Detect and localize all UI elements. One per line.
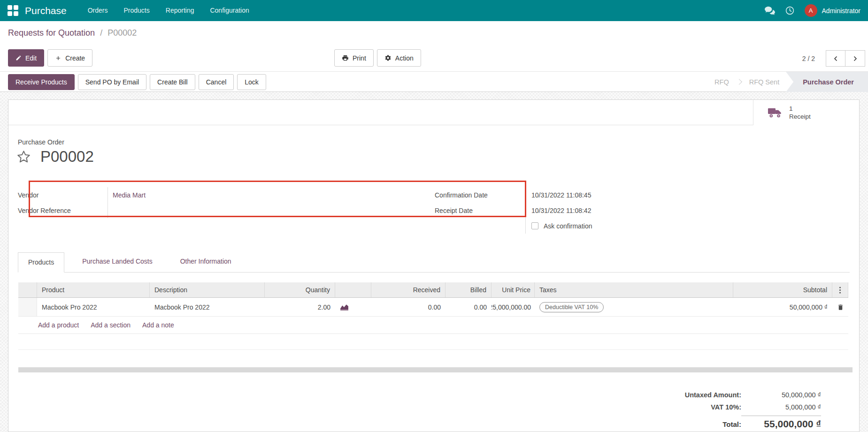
add-a-note-link[interactable]: Add a note — [142, 321, 174, 329]
step-rfq[interactable]: RFQ — [714, 72, 729, 92]
breadcrumb-current: P00002 — [108, 28, 137, 38]
list-add-row: Add a product Add a section Add a note — [18, 317, 848, 334]
app-name[interactable]: Purchase — [25, 5, 67, 16]
lock-button[interactable]: Lock — [237, 74, 266, 90]
pager: 2 / 2 — [802, 50, 865, 67]
row-unit-price[interactable]: 25,000,000.00 — [492, 298, 535, 316]
user-avatar[interactable]: A — [805, 4, 817, 17]
totals-block: Untaxed Amount: 50,000,000 ₫ VAT 10%: 5,… — [577, 389, 821, 432]
edit-button-label: Edit — [25, 54, 37, 62]
pager-previous-button[interactable] — [826, 50, 845, 67]
activities-clock-icon[interactable] — [785, 6, 795, 15]
untaxed-amount-value: 50,000,000 ₫ — [741, 391, 821, 399]
tab-other-information[interactable]: Other Information — [170, 252, 241, 272]
vendor-reference-label: Vendor Reference — [18, 203, 108, 218]
row-quantity[interactable]: 2.00 — [265, 298, 335, 316]
favorite-star-icon[interactable] — [16, 149, 31, 165]
row-handle[interactable] — [18, 298, 37, 316]
vat-label: VAT 10%: — [577, 403, 741, 411]
add-a-product-link[interactable]: Add a product — [38, 321, 79, 329]
document-name: P00002 — [40, 148, 94, 166]
row-description[interactable]: Macbook Pro 2022 — [150, 298, 265, 316]
billed-column-header[interactable]: Billed — [446, 282, 492, 297]
send-po-by-email-button[interactable]: Send PO by Email — [78, 74, 146, 90]
step-rfq-sent[interactable]: RFQ Sent — [749, 72, 779, 92]
receipt-stat-button[interactable]: 1 Receipt — [753, 100, 859, 125]
cancel-button[interactable]: Cancel — [199, 74, 234, 90]
row-received[interactable]: 0.00 — [371, 298, 446, 316]
product-column-header[interactable]: Product — [37, 282, 150, 297]
menu-reporting[interactable]: Reporting — [158, 0, 202, 21]
right-field-group: Confirmation Date 10/31/2022 11:08:45 Re… — [427, 187, 718, 234]
delete-line-button[interactable] — [832, 298, 848, 316]
unit-price-column-header[interactable]: Unit Price — [492, 282, 535, 297]
vat-value: 5,000,000 ₫ — [741, 403, 821, 411]
add-a-section-link[interactable]: Add a section — [91, 321, 131, 329]
tab-products[interactable]: Products — [18, 252, 64, 273]
print-button-label: Print — [353, 54, 366, 62]
row-product[interactable]: Macbook Pro 2022 — [37, 298, 150, 316]
row-subtotal[interactable]: 50,000,000 ₫ — [733, 298, 832, 316]
status-steps: RFQ RFQ Sent Purchase Order — [714, 72, 868, 92]
row-taxes: Deductible VAT 10% — [535, 298, 733, 316]
menu-configuration[interactable]: Configuration — [202, 0, 257, 21]
handle-column-header — [18, 282, 37, 297]
breadcrumb-separator: / — [100, 28, 102, 38]
chevron-right-icon — [852, 55, 859, 62]
control-panel: Requests for Quotation / P00002 Edit Cre… — [0, 21, 868, 92]
receive-products-button[interactable]: Receive Products — [8, 74, 75, 90]
subtotal-column-header[interactable]: Subtotal — [733, 282, 832, 297]
forecast-column-header — [335, 282, 371, 297]
tab-purchase-landed-costs[interactable]: Purchase Landed Costs — [72, 252, 162, 272]
empty-list-row — [18, 334, 848, 350]
taxes-column-header[interactable]: Taxes — [535, 282, 733, 297]
odoo-purchase-order-page: Purchase Orders Products Reporting Confi… — [0, 0, 868, 432]
action-button[interactable]: Action — [377, 49, 421, 67]
tax-badge[interactable]: Deductible VAT 10% — [539, 302, 604, 312]
total-label: Total: — [577, 420, 741, 428]
top-navbar: Purchase Orders Products Reporting Confi… — [0, 0, 868, 21]
receipt-date-value: 10/31/2022 11:08:42 — [525, 203, 718, 218]
optional-columns-button[interactable] — [832, 282, 848, 297]
step-purchase-order[interactable]: Purchase Order — [786, 72, 868, 92]
pager-count: 2 / 2 — [802, 55, 815, 62]
order-line-row[interactable]: Macbook Pro 2022 Macbook Pro 2022 2.00 0… — [18, 298, 848, 317]
messages-icon[interactable] — [764, 6, 775, 15]
menu-products[interactable]: Products — [116, 0, 158, 21]
apps-grid-icon[interactable] — [8, 5, 18, 16]
form-sheet: 1 Receipt Purchase Order P00002 Vendor M… — [8, 99, 860, 432]
receipt-count: 1 — [789, 105, 811, 113]
edit-button[interactable]: Edit — [8, 49, 44, 67]
breadcrumb-requests-for-quotation[interactable]: Requests for Quotation — [8, 28, 95, 38]
user-menu[interactable]: Administrator — [822, 7, 860, 15]
order-lines-table: Product Description Quantity Received Bi… — [18, 282, 848, 350]
chevron-left-icon — [832, 55, 839, 62]
vendor-link[interactable]: Media Mart — [113, 191, 146, 199]
forecast-report-button[interactable] — [335, 298, 371, 316]
horizontal-scrollbar[interactable] — [18, 367, 853, 372]
button-box: 1 Receipt — [8, 100, 859, 125]
kebab-dots-icon — [839, 286, 841, 294]
step-separator-icon — [736, 79, 742, 85]
print-button[interactable]: Print — [334, 49, 374, 67]
received-column-header[interactable]: Received — [371, 282, 446, 297]
trash-icon — [837, 303, 844, 311]
receipt-label: Receipt — [789, 113, 811, 121]
vendor-label: Vendor — [18, 187, 108, 203]
area-chart-icon — [340, 303, 349, 311]
pager-next-button[interactable] — [845, 50, 865, 67]
menu-orders[interactable]: Orders — [80, 0, 116, 21]
gear-icon — [384, 54, 392, 61]
create-button[interactable]: Create — [47, 49, 92, 67]
notebook-tabs: Products Purchase Landed Costs Other Inf… — [18, 252, 850, 273]
left-field-group: Vendor Media Mart Vendor Reference — [18, 187, 422, 218]
breadcrumb: Requests for Quotation / P00002 — [8, 28, 137, 38]
description-column-header[interactable]: Description — [150, 282, 265, 297]
confirmation-date-label: Confirmation Date — [427, 187, 525, 203]
vendor-reference-value — [108, 203, 422, 218]
table-header-row: Product Description Quantity Received Bi… — [18, 282, 848, 298]
row-billed[interactable]: 0.00 — [446, 298, 492, 316]
create-button-label: Create — [65, 54, 85, 62]
create-bill-button[interactable]: Create Bill — [150, 74, 195, 90]
quantity-column-header[interactable]: Quantity — [265, 282, 335, 297]
